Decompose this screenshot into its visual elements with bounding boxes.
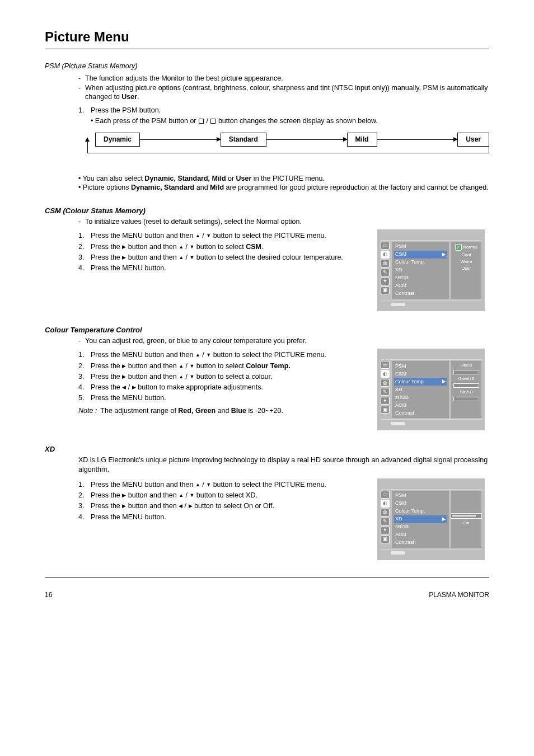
flow-mild: Mild [347,133,377,147]
osd-xd-value: On [451,491,481,548]
flow-standard: Standard [221,133,266,147]
osd-ctemp-rgb: Red0 Green0 Blue0 [451,361,481,418]
psm-dash2: When adjusting picture options (contrast… [85,83,489,102]
xd-desc: XD is LG Electronic's unique picture imp… [78,456,489,474]
osd-icon-screen: ▣ [381,287,390,294]
csm-s2: Press the ▶ button and then ▲ / ▼ button… [91,242,366,251]
osd-icon-sound: ◍ [381,260,390,267]
page-footer: 16 PLASMA MONITOR [45,589,489,600]
xd-s1: Press the MENU button and then ▲ / ▼ but… [91,480,366,489]
up-icon: ▲ [195,233,200,240]
csm-s1: Press the MENU button and then ▲ / ▼ but… [91,231,366,240]
psm-step-bullet: • Each press of the PSM button or / butt… [91,116,489,125]
psm-step1: Press the PSM button. [91,106,489,115]
psm-heading: PSM (Picture Status Memory) [45,62,489,71]
xd-s2: Press the ▶ button and then ▲ / ▼ button… [91,491,366,500]
ct-s4: Press the ◀ / ▶ button to make appropria… [91,383,366,392]
psm-body: -The function adjusts the Monitor to the… [78,74,489,192]
csm-dash: To initialize values (reset to default s… [85,217,489,226]
left-icon: ◀ [122,384,126,391]
flow-dynamic: Dynamic [95,133,140,147]
xd-s4: Press the MENU button. [91,513,366,522]
psm-bullet2: • Picture options Dynamic, Standard and … [78,183,489,192]
csm-s3: Press the ▶ button and then ▲ / ▼ button… [91,253,366,262]
ct-note: Note : The adjustment range of Red, Gree… [78,406,366,415]
flow-user: User [457,133,489,147]
down-icon: ▼ [206,233,211,240]
osd-ctemp: ▭ ◐ ◍ ✎ ✦ ▣ PSM CSM Colour Temp.▶ XD sRG… [377,349,485,430]
osd-icon-special: ✦ [381,278,390,285]
xd-s3: Press the ▶ button and then ◀ / ▶ button… [91,501,366,510]
osd-csm: ▭ ◐ ◍ ✎ ✦ ▣ PSM CSM▶ Colour Temp. XD sRG… [377,229,485,311]
osd-menu-list: PSM CSM▶ Colour Temp. XD sRGB ACM Contra… [392,242,449,299]
ct-s1: Press the MENU button and then ▲ / ▼ but… [91,350,366,359]
csm-s4: Press the MENU button. [91,264,366,273]
ctemp-dash: You can adjust red, green, or blue to an… [85,336,489,345]
ctemp-heading: Colour Temperature Control [45,326,489,335]
xd-heading: XD [45,445,489,454]
osd-icon-picture: ◐ [381,251,390,259]
ct-s5: Press the MENU button. [91,393,366,402]
osd-icon-strip: ▭ ◐ ◍ ✎ ✦ ▣ [381,242,390,299]
psm-dash1: The function adjusts the Monitor to the … [85,74,489,83]
footer-rule [45,577,489,577]
osd-csm-submenu: ✓Normal Cool Warm User [451,242,481,299]
check-icon: ✓ [455,244,462,251]
osd-xd: ▭ ◐ ◍ ✎ ✦ ▣ PSM CSM Colour Temp. XD▶ sRG… [377,478,485,560]
page-title: Picture Menu [45,28,489,45]
psm-flow: Dynamic Standard Mild User [95,133,489,172]
osd-icon-time: ✎ [381,269,390,276]
csm-heading: CSM (Colour Status Memory) [45,206,489,216]
ct-s2: Press the ▶ button and then ▲ / ▼ button… [91,361,366,370]
footer-label: PLASMA MONITOR [429,591,489,600]
title-rule [45,49,489,49]
ct-s3: Press the ▶ button and then ▲ / ▼ button… [91,372,366,381]
psm-bullet1: • You can also select Dynamic, Standard,… [78,174,489,183]
osd-icon-station: ▭ [381,242,390,250]
page-number: 16 [45,591,52,600]
